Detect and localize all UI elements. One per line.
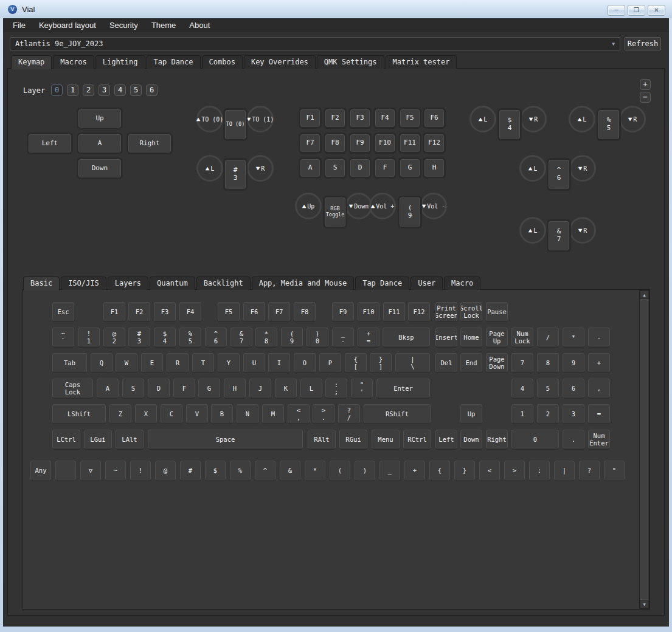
- refresh-button[interactable]: Refresh: [625, 37, 661, 50]
- key-u[interactable]: U: [243, 353, 265, 373]
- picker-tab-iso-jis[interactable]: ISO/JIS: [61, 276, 106, 290]
- key-s[interactable]: S: [122, 379, 144, 398]
- key-blank[interactable]: ?: [579, 461, 600, 481]
- keymap-key-f10[interactable]: F10: [373, 132, 397, 154]
- key-f1[interactable]: F1: [103, 302, 125, 321]
- key-5[interactable]: %5: [179, 328, 201, 347]
- key-rgui[interactable]: RGui: [339, 430, 367, 449]
- key-blank[interactable]: &: [280, 461, 300, 481]
- key-1[interactable]: !1: [78, 328, 100, 347]
- tab-matrix-tester[interactable]: Matrix tester: [386, 55, 457, 69]
- layer-button-6[interactable]: 6: [146, 84, 158, 96]
- key-page-down[interactable]: PageDown: [486, 353, 508, 373]
- key-2[interactable]: 2: [537, 404, 559, 424]
- key-esc[interactable]: Esc: [52, 302, 74, 321]
- key-print-screen[interactable]: PrintScreen: [435, 302, 457, 321]
- encoder-up-l[interactable]: ▲L: [519, 155, 546, 182]
- key-lshift[interactable]: LShift: [52, 404, 106, 424]
- zoom-in-button[interactable]: +: [640, 79, 651, 90]
- key-blank[interactable]: ?/: [338, 404, 360, 424]
- key-l[interactable]: L: [300, 379, 322, 398]
- key-scroll-lock[interactable]: ScrollLock: [460, 302, 482, 321]
- key-e[interactable]: E: [141, 353, 163, 373]
- keymap-key-left[interactable]: Left: [27, 132, 73, 154]
- key-up[interactable]: Up: [460, 404, 482, 424]
- tab-combos[interactable]: Combos: [202, 55, 243, 69]
- tab-qmk-settings[interactable]: QMK Settings: [317, 55, 384, 69]
- keymap-key-4[interactable]: $4: [497, 108, 522, 141]
- layer-button-1[interactable]: 1: [67, 84, 78, 96]
- encoder-down-r[interactable]: ▼R: [619, 106, 646, 132]
- tab-key-overrides[interactable]: Key Overrides: [244, 55, 316, 69]
- key-7[interactable]: &7: [230, 328, 252, 347]
- key-z[interactable]: Z: [109, 404, 131, 424]
- keymap-key-9[interactable]: (9: [398, 196, 422, 228]
- key-left[interactable]: Left: [435, 430, 457, 449]
- encoder-up-to-0[interactable]: ▲TO (0): [196, 106, 223, 132]
- key-i[interactable]: I: [268, 353, 290, 373]
- key-f5[interactable]: F5: [218, 302, 240, 321]
- scroll-down-arrow-icon[interactable]: ▼: [640, 600, 649, 608]
- picker-tab-basic[interactable]: Basic: [23, 276, 60, 290]
- key-3[interactable]: #3: [128, 328, 150, 347]
- keymap-key-7[interactable]: &7: [547, 219, 571, 252]
- key-r[interactable]: R: [167, 353, 189, 373]
- picker-tab-macro[interactable]: Macro: [444, 276, 480, 290]
- key-9[interactable]: 9: [563, 353, 584, 373]
- keymap-key-f5[interactable]: F5: [398, 108, 421, 129]
- keymap-key-f4[interactable]: F4: [373, 108, 397, 129]
- key-blank[interactable]: .: [563, 430, 584, 449]
- key-f12[interactable]: F12: [408, 302, 430, 321]
- keymap-key-3[interactable]: #3: [223, 158, 248, 191]
- picker-tab-app-media-and-mouse[interactable]: App, Media and Mouse: [252, 276, 355, 290]
- key-6[interactable]: 6: [563, 379, 584, 398]
- key-blank[interactable]: +: [404, 461, 425, 481]
- key-blank[interactable]: -: [588, 328, 610, 347]
- key-8[interactable]: 8: [537, 353, 559, 373]
- scrollbar-thumb[interactable]: [640, 299, 648, 600]
- key-k[interactable]: K: [275, 379, 297, 398]
- key-f8[interactable]: F8: [294, 302, 316, 321]
- menu-item-theme[interactable]: Theme: [145, 19, 182, 32]
- key-b[interactable]: B: [211, 404, 233, 424]
- key-d[interactable]: D: [148, 379, 170, 398]
- key-4[interactable]: $4: [154, 328, 176, 347]
- key-m[interactable]: M: [262, 404, 284, 424]
- encoder-down-r[interactable]: ▼R: [520, 106, 547, 132]
- key-f4[interactable]: F4: [179, 302, 201, 321]
- key-down[interactable]: Down: [460, 430, 482, 449]
- key-blank[interactable]: |: [554, 461, 575, 481]
- key-8[interactable]: *8: [255, 328, 277, 347]
- key-blank[interactable]: +=: [358, 328, 379, 347]
- key-lgui[interactable]: LGui: [84, 430, 112, 449]
- key-enter[interactable]: Enter: [376, 379, 430, 398]
- key-3[interactable]: 3: [563, 404, 584, 424]
- keymap-key-a[interactable]: A: [77, 132, 123, 154]
- key-f2[interactable]: F2: [128, 302, 150, 321]
- key-0[interactable]: )0: [307, 328, 328, 347]
- keymap-key-f[interactable]: F: [373, 157, 397, 179]
- key-blank[interactable]: *: [305, 461, 325, 481]
- key-blank[interactable]: ▽: [80, 461, 101, 481]
- key-x[interactable]: X: [135, 404, 157, 424]
- key-ralt[interactable]: RAlt: [308, 430, 336, 449]
- key-q[interactable]: Q: [91, 353, 113, 373]
- key-h[interactable]: H: [224, 379, 246, 398]
- key-f10[interactable]: F10: [358, 302, 379, 321]
- encoder-up-l[interactable]: ▲L: [469, 106, 496, 132]
- keymap-key-d[interactable]: D: [348, 157, 372, 179]
- picker-tab-user[interactable]: User: [410, 276, 443, 290]
- key-blank[interactable]: !: [130, 461, 151, 481]
- key-blank[interactable]: +: [588, 353, 610, 373]
- key-blank[interactable]: >: [504, 461, 525, 481]
- zoom-out-button[interactable]: −: [640, 92, 651, 103]
- keymap-key-f8[interactable]: F8: [324, 132, 347, 154]
- key-blank[interactable]: ~: [105, 461, 126, 481]
- key-num-enter[interactable]: NumEnter: [588, 430, 610, 449]
- device-select[interactable]: Atlantis 9e_JOY_2023 ▼: [10, 37, 620, 50]
- key-g[interactable]: G: [198, 379, 220, 398]
- keymap-key-f11[interactable]: F11: [398, 132, 421, 154]
- key-blank[interactable]: <: [479, 461, 500, 481]
- encoder-down-to-1[interactable]: ▼TO (1): [247, 106, 274, 132]
- key-blank[interactable]: $: [205, 461, 226, 481]
